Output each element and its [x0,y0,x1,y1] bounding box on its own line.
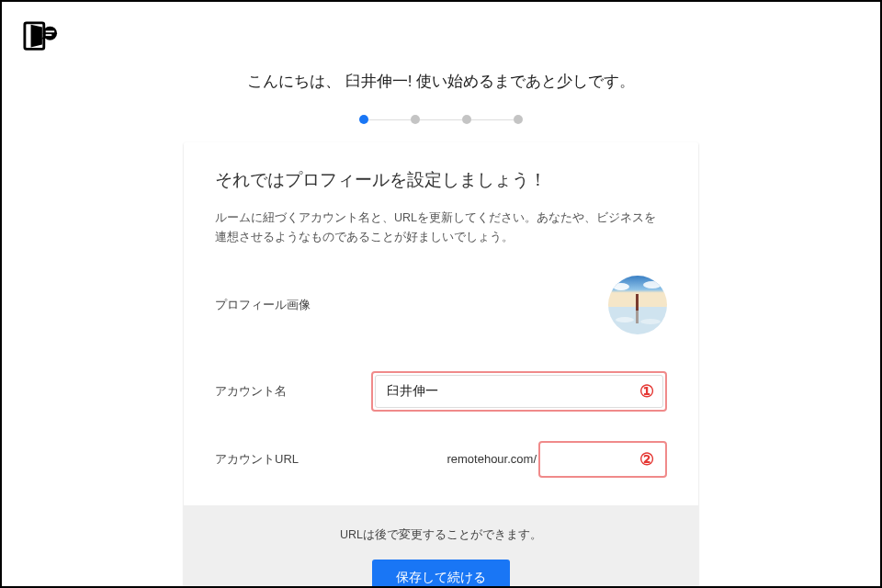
step-connector [368,119,411,120]
app-logo-icon [23,20,58,51]
avatar-label: プロフィール画像 [215,297,371,313]
account-url-label: アカウントURL [215,451,371,468]
account-name-input[interactable] [375,375,663,408]
account-url-prefix: remotehour.com/ [447,452,537,466]
step-dot-4 [514,115,523,124]
svg-rect-2 [46,30,54,32]
save-continue-button[interactable]: 保存して続ける [372,560,510,589]
account-url-input[interactable] [542,445,663,474]
svg-point-1 [43,27,57,40]
svg-point-6 [643,281,662,288]
profile-avatar[interactable] [608,276,667,334]
account-url-highlight: ② [538,441,667,478]
card-title: それではプロフィールを設定しましょう！ [215,168,667,192]
step-connector [420,119,462,120]
step-dot-2 [411,115,420,124]
account-url-row: アカウントURL remotehour.com/ ② [215,441,667,478]
account-name-row: アカウント名 ① [215,371,667,412]
card-footer: URLは後で変更することができます。 保存して続ける update it lat… [184,505,698,589]
avatar-row: プロフィール画像 [215,276,667,334]
account-name-label: アカウント名 [215,383,371,400]
svg-rect-9 [636,311,639,323]
svg-point-11 [640,319,661,324]
account-name-highlight: ① [371,371,667,412]
footer-note: URLは後で変更することができます。 [215,527,667,543]
svg-point-5 [613,283,629,290]
svg-rect-3 [46,34,52,36]
step-connector [471,119,514,120]
svg-rect-8 [636,294,639,311]
greeting-text: こんにちは、 臼井伸一! 使い始めるまであと少しです。 [2,71,880,92]
card-description: ルームに紐づくアカウント名と、URLを更新してください。あなたや、ビジネスを連想… [215,209,667,248]
step-dot-3 [462,115,471,124]
profile-setup-card: それではプロフィールを設定しましょう！ ルームに紐づくアカウント名と、URLを更… [184,142,698,588]
step-dot-1 [359,115,368,124]
progress-stepper [2,115,880,124]
svg-point-10 [616,317,634,322]
